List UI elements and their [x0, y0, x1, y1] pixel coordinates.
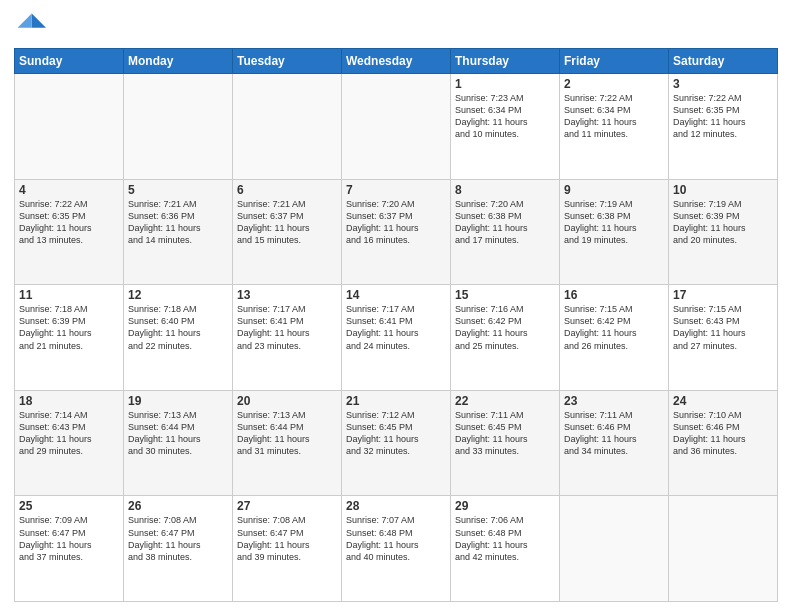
- day-info: Sunrise: 7:21 AM Sunset: 6:37 PM Dayligh…: [237, 198, 337, 247]
- day-number: 12: [128, 288, 228, 302]
- day-number: 27: [237, 499, 337, 513]
- calendar-day-cell: 24Sunrise: 7:10 AM Sunset: 6:46 PM Dayli…: [669, 390, 778, 496]
- day-info: Sunrise: 7:11 AM Sunset: 6:46 PM Dayligh…: [564, 409, 664, 458]
- day-number: 17: [673, 288, 773, 302]
- calendar-table: SundayMondayTuesdayWednesdayThursdayFrid…: [14, 48, 778, 602]
- day-number: 13: [237, 288, 337, 302]
- day-number: 22: [455, 394, 555, 408]
- calendar-day-cell: 5Sunrise: 7:21 AM Sunset: 6:36 PM Daylig…: [124, 179, 233, 285]
- calendar-week-row: 18Sunrise: 7:14 AM Sunset: 6:43 PM Dayli…: [15, 390, 778, 496]
- calendar-day-cell: 11Sunrise: 7:18 AM Sunset: 6:39 PM Dayli…: [15, 285, 124, 391]
- calendar-day-cell: 21Sunrise: 7:12 AM Sunset: 6:45 PM Dayli…: [342, 390, 451, 496]
- day-number: 25: [19, 499, 119, 513]
- calendar-day-cell: 29Sunrise: 7:06 AM Sunset: 6:48 PM Dayli…: [451, 496, 560, 602]
- calendar-day-cell: 15Sunrise: 7:16 AM Sunset: 6:42 PM Dayli…: [451, 285, 560, 391]
- day-number: 2: [564, 77, 664, 91]
- day-number: 20: [237, 394, 337, 408]
- calendar-day-cell: 13Sunrise: 7:17 AM Sunset: 6:41 PM Dayli…: [233, 285, 342, 391]
- calendar-week-row: 4Sunrise: 7:22 AM Sunset: 6:35 PM Daylig…: [15, 179, 778, 285]
- day-number: 8: [455, 183, 555, 197]
- day-of-week-header: Friday: [560, 49, 669, 74]
- calendar-day-cell: 7Sunrise: 7:20 AM Sunset: 6:37 PM Daylig…: [342, 179, 451, 285]
- day-info: Sunrise: 7:16 AM Sunset: 6:42 PM Dayligh…: [455, 303, 555, 352]
- day-info: Sunrise: 7:11 AM Sunset: 6:45 PM Dayligh…: [455, 409, 555, 458]
- day-info: Sunrise: 7:15 AM Sunset: 6:42 PM Dayligh…: [564, 303, 664, 352]
- calendar-day-cell: 28Sunrise: 7:07 AM Sunset: 6:48 PM Dayli…: [342, 496, 451, 602]
- day-info: Sunrise: 7:09 AM Sunset: 6:47 PM Dayligh…: [19, 514, 119, 563]
- calendar-day-cell: 26Sunrise: 7:08 AM Sunset: 6:47 PM Dayli…: [124, 496, 233, 602]
- day-info: Sunrise: 7:08 AM Sunset: 6:47 PM Dayligh…: [128, 514, 228, 563]
- day-info: Sunrise: 7:20 AM Sunset: 6:37 PM Dayligh…: [346, 198, 446, 247]
- day-info: Sunrise: 7:22 AM Sunset: 6:34 PM Dayligh…: [564, 92, 664, 141]
- day-info: Sunrise: 7:19 AM Sunset: 6:38 PM Dayligh…: [564, 198, 664, 247]
- calendar-day-cell: [233, 74, 342, 180]
- calendar-day-cell: 22Sunrise: 7:11 AM Sunset: 6:45 PM Dayli…: [451, 390, 560, 496]
- day-of-week-header: Sunday: [15, 49, 124, 74]
- day-number: 15: [455, 288, 555, 302]
- header: [14, 10, 778, 42]
- day-info: Sunrise: 7:17 AM Sunset: 6:41 PM Dayligh…: [346, 303, 446, 352]
- page: SundayMondayTuesdayWednesdayThursdayFrid…: [0, 0, 792, 612]
- day-number: 1: [455, 77, 555, 91]
- calendar-day-cell: 25Sunrise: 7:09 AM Sunset: 6:47 PM Dayli…: [15, 496, 124, 602]
- day-number: 19: [128, 394, 228, 408]
- calendar-day-cell: [15, 74, 124, 180]
- day-number: 9: [564, 183, 664, 197]
- day-info: Sunrise: 7:14 AM Sunset: 6:43 PM Dayligh…: [19, 409, 119, 458]
- calendar-day-cell: 14Sunrise: 7:17 AM Sunset: 6:41 PM Dayli…: [342, 285, 451, 391]
- calendar-day-cell: 4Sunrise: 7:22 AM Sunset: 6:35 PM Daylig…: [15, 179, 124, 285]
- calendar-day-cell: [124, 74, 233, 180]
- calendar-week-row: 25Sunrise: 7:09 AM Sunset: 6:47 PM Dayli…: [15, 496, 778, 602]
- day-info: Sunrise: 7:15 AM Sunset: 6:43 PM Dayligh…: [673, 303, 773, 352]
- day-number: 11: [19, 288, 119, 302]
- calendar-header-row: SundayMondayTuesdayWednesdayThursdayFrid…: [15, 49, 778, 74]
- day-of-week-header: Saturday: [669, 49, 778, 74]
- calendar-day-cell: [342, 74, 451, 180]
- svg-marker-0: [32, 14, 46, 28]
- calendar-day-cell: 10Sunrise: 7:19 AM Sunset: 6:39 PM Dayli…: [669, 179, 778, 285]
- day-number: 24: [673, 394, 773, 408]
- day-info: Sunrise: 7:22 AM Sunset: 6:35 PM Dayligh…: [19, 198, 119, 247]
- day-number: 7: [346, 183, 446, 197]
- logo-icon: [14, 10, 46, 42]
- day-number: 16: [564, 288, 664, 302]
- day-number: 23: [564, 394, 664, 408]
- day-info: Sunrise: 7:13 AM Sunset: 6:44 PM Dayligh…: [237, 409, 337, 458]
- day-info: Sunrise: 7:08 AM Sunset: 6:47 PM Dayligh…: [237, 514, 337, 563]
- day-info: Sunrise: 7:07 AM Sunset: 6:48 PM Dayligh…: [346, 514, 446, 563]
- calendar-day-cell: 27Sunrise: 7:08 AM Sunset: 6:47 PM Dayli…: [233, 496, 342, 602]
- day-number: 28: [346, 499, 446, 513]
- day-info: Sunrise: 7:06 AM Sunset: 6:48 PM Dayligh…: [455, 514, 555, 563]
- day-info: Sunrise: 7:21 AM Sunset: 6:36 PM Dayligh…: [128, 198, 228, 247]
- calendar-day-cell: 6Sunrise: 7:21 AM Sunset: 6:37 PM Daylig…: [233, 179, 342, 285]
- calendar-day-cell: [669, 496, 778, 602]
- day-of-week-header: Wednesday: [342, 49, 451, 74]
- day-info: Sunrise: 7:17 AM Sunset: 6:41 PM Dayligh…: [237, 303, 337, 352]
- logo: [14, 10, 50, 42]
- day-number: 5: [128, 183, 228, 197]
- day-number: 18: [19, 394, 119, 408]
- day-number: 10: [673, 183, 773, 197]
- day-info: Sunrise: 7:23 AM Sunset: 6:34 PM Dayligh…: [455, 92, 555, 141]
- calendar-day-cell: 23Sunrise: 7:11 AM Sunset: 6:46 PM Dayli…: [560, 390, 669, 496]
- calendar-day-cell: 2Sunrise: 7:22 AM Sunset: 6:34 PM Daylig…: [560, 74, 669, 180]
- day-info: Sunrise: 7:20 AM Sunset: 6:38 PM Dayligh…: [455, 198, 555, 247]
- day-info: Sunrise: 7:22 AM Sunset: 6:35 PM Dayligh…: [673, 92, 773, 141]
- day-of-week-header: Tuesday: [233, 49, 342, 74]
- day-info: Sunrise: 7:13 AM Sunset: 6:44 PM Dayligh…: [128, 409, 228, 458]
- day-of-week-header: Monday: [124, 49, 233, 74]
- day-number: 6: [237, 183, 337, 197]
- day-of-week-header: Thursday: [451, 49, 560, 74]
- calendar-day-cell: 20Sunrise: 7:13 AM Sunset: 6:44 PM Dayli…: [233, 390, 342, 496]
- calendar-day-cell: 19Sunrise: 7:13 AM Sunset: 6:44 PM Dayli…: [124, 390, 233, 496]
- day-info: Sunrise: 7:18 AM Sunset: 6:39 PM Dayligh…: [19, 303, 119, 352]
- svg-marker-1: [18, 14, 32, 28]
- day-number: 4: [19, 183, 119, 197]
- calendar-day-cell: 1Sunrise: 7:23 AM Sunset: 6:34 PM Daylig…: [451, 74, 560, 180]
- day-number: 26: [128, 499, 228, 513]
- day-number: 29: [455, 499, 555, 513]
- calendar-day-cell: 3Sunrise: 7:22 AM Sunset: 6:35 PM Daylig…: [669, 74, 778, 180]
- day-info: Sunrise: 7:12 AM Sunset: 6:45 PM Dayligh…: [346, 409, 446, 458]
- calendar-week-row: 1Sunrise: 7:23 AM Sunset: 6:34 PM Daylig…: [15, 74, 778, 180]
- calendar-day-cell: [560, 496, 669, 602]
